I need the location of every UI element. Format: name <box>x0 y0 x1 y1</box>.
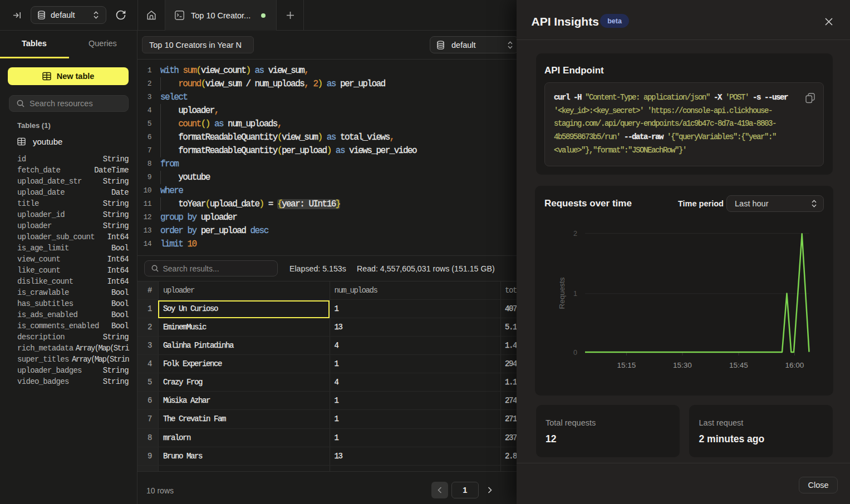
svg-text:Requests: Requests <box>558 277 566 309</box>
svg-text:15:30: 15:30 <box>673 361 692 369</box>
svg-text:15:15: 15:15 <box>617 361 636 369</box>
svg-text:2: 2 <box>573 230 577 238</box>
svg-text:0: 0 <box>573 349 577 357</box>
svg-text:15:45: 15:45 <box>729 361 748 369</box>
svg-text:1: 1 <box>573 290 577 298</box>
svg-text:16:00: 16:00 <box>785 361 804 369</box>
